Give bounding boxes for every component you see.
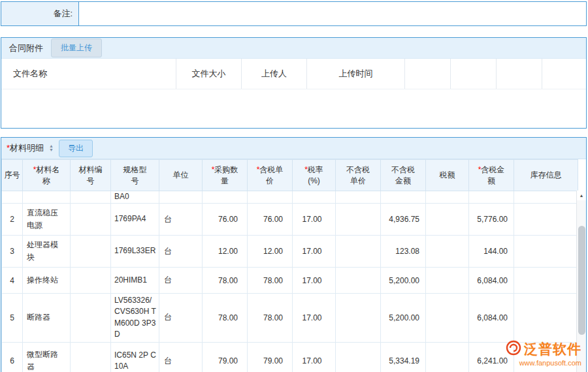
col-amount: *含税金 额 bbox=[469, 160, 514, 191]
cell-tax bbox=[426, 294, 469, 343]
cell-ex-amount: 5,200.00 bbox=[381, 294, 426, 343]
material-row[interactable]: 5 断路器 LV563326/CVS630H TM600D 3P3D 台 78.… bbox=[2, 294, 578, 343]
attachments-table-header: 文件名称 文件大小 上传人 上传时间 bbox=[1, 59, 586, 89]
col-spec: 规格型 号 bbox=[111, 160, 159, 191]
cell-qty: 79.00 bbox=[203, 342, 248, 372]
col-name: *材料名 称 bbox=[23, 160, 71, 191]
sort-icon[interactable]: ▲▼ bbox=[49, 144, 54, 152]
cell-code bbox=[71, 342, 111, 372]
cell-ex-price bbox=[336, 204, 381, 236]
materials-header-row: 序号 *材料名 称 材料编 号 规格型 号 单位 *采购数 量 *含税单 价 *… bbox=[2, 160, 578, 191]
remark-label: 备注: bbox=[1, 2, 79, 25]
cell-name: 断路器 bbox=[23, 294, 71, 343]
cell-seq: 4 bbox=[2, 268, 23, 294]
brand-url: www.fanpusoft.com bbox=[519, 359, 581, 367]
remark-input[interactable] bbox=[79, 2, 586, 25]
materials-table: 序号 *材料名 称 材料编 号 规格型 号 单位 *采购数 量 *含税单 价 *… bbox=[1, 159, 578, 372]
cell-tax-rate: 17.00 bbox=[293, 204, 336, 236]
cell-unit: 台 bbox=[159, 294, 203, 343]
cell-spec: 1769L33ER bbox=[111, 236, 159, 268]
cell-name: 直流稳压电源 bbox=[23, 204, 71, 236]
col-code: 材料编 号 bbox=[71, 160, 111, 191]
col-qty: *采购数 量 bbox=[203, 160, 248, 191]
attachments-title: 合同附件 bbox=[9, 42, 43, 54]
cell-tax-price: 12.00 bbox=[248, 236, 293, 268]
cell-qty: 78.00 bbox=[203, 294, 248, 343]
cell-seq: 2 bbox=[2, 204, 23, 236]
cell-spec: IC65N 2P C10A bbox=[111, 342, 159, 372]
cell-tax-rate: 17.00 bbox=[293, 268, 336, 294]
cell-name: 操作终站 bbox=[23, 268, 71, 294]
cell-name: 处理器模块 bbox=[23, 236, 71, 268]
col-tax-price: *含税单 价 bbox=[248, 160, 293, 191]
cell-ex-price bbox=[336, 294, 381, 343]
attachments-empty-body bbox=[1, 89, 586, 128]
cell-ex-price bbox=[336, 236, 381, 268]
fanpu-watermark: 泛普软件 www.fanpusoft.com bbox=[506, 340, 581, 367]
col-seq: 序号 bbox=[2, 160, 23, 191]
cell-tax-rate: 17.00 bbox=[293, 342, 336, 372]
cell-unit: 台 bbox=[159, 204, 203, 236]
material-row-partial[interactable]: BA0 bbox=[2, 191, 578, 204]
brand-text: 泛普软件 bbox=[524, 340, 581, 358]
col-ex-amount: 不含税 金额 bbox=[381, 160, 426, 191]
cell-code bbox=[71, 204, 111, 236]
attach-col-uploadtime: 上传时间 bbox=[307, 59, 405, 89]
material-row[interactable]: 2 直流稳压电源 1769PA4 台 76.00 76.00 17.00 4,9… bbox=[2, 204, 578, 236]
cell-ex-amount: 123.08 bbox=[381, 236, 426, 268]
material-row[interactable]: 4 操作终站 20HIMB1 台 78.00 78.00 17.00 5,200… bbox=[2, 268, 578, 294]
col-stock: 库存信息 bbox=[514, 160, 578, 191]
cell-ex-price bbox=[336, 268, 381, 294]
cell-tax-rate: 17.00 bbox=[293, 294, 336, 343]
batch-upload-button[interactable]: 批量上传 bbox=[51, 39, 102, 57]
cell-unit: 台 bbox=[159, 236, 203, 268]
remark-section: 备注: bbox=[1, 1, 587, 26]
cell-seq: 6 bbox=[2, 342, 23, 372]
cell-spec: BA0 bbox=[111, 191, 159, 204]
attachments-section: 合同附件 批量上传 文件名称 文件大小 上传人 上传时间 bbox=[1, 37, 587, 129]
cell-tax-price: 78.00 bbox=[248, 268, 293, 294]
cell-ex-amount: 5,334.19 bbox=[381, 342, 426, 372]
cell-spec: 20HIMB1 bbox=[111, 268, 159, 294]
cell-code bbox=[71, 236, 111, 268]
cell-seq: 3 bbox=[2, 236, 23, 268]
scroll-up-button[interactable]: ▲ bbox=[577, 191, 586, 200]
cell-tax bbox=[426, 342, 469, 372]
cell-stock bbox=[514, 204, 578, 236]
cell-spec: LV563326/CVS630H TM600D 3P3D bbox=[111, 294, 159, 343]
cell-ex-amount: 5,200.00 bbox=[381, 268, 426, 294]
cell-spec: 1769PA4 bbox=[111, 204, 159, 236]
cell-tax bbox=[426, 268, 469, 294]
cell-amount: 6,084.00 bbox=[469, 294, 514, 343]
attachments-header-bar: 合同附件 批量上传 bbox=[1, 38, 586, 59]
cell-tax bbox=[426, 204, 469, 236]
attach-col-empty-2 bbox=[451, 59, 497, 89]
cell-qty: 76.00 bbox=[203, 204, 248, 236]
cell-stock bbox=[514, 294, 578, 343]
cell-tax-price: 76.00 bbox=[248, 204, 293, 236]
attach-col-uploader: 上传人 bbox=[242, 59, 307, 89]
cell-ex-price bbox=[336, 342, 381, 372]
attach-col-empty-1 bbox=[405, 59, 451, 89]
materials-section: *材料明细 ▲▼ 导出 序号 *材料名 称 材料编 号 规格型 号 单位 *采购… bbox=[1, 137, 587, 372]
cell-tax bbox=[426, 236, 469, 268]
cell-name: 微型断路器 bbox=[23, 342, 71, 372]
col-tax-rate: *税率 (%) bbox=[293, 160, 336, 191]
cell-tax-price: 78.00 bbox=[248, 294, 293, 343]
cell-ex-amount: 4,936.75 bbox=[381, 204, 426, 236]
scrollbar-thumb[interactable] bbox=[578, 226, 585, 335]
col-unit: 单位 bbox=[159, 160, 203, 191]
col-ex-price: 不含税 单价 bbox=[336, 160, 381, 191]
export-button[interactable]: 导出 bbox=[59, 140, 93, 157]
cell-qty: 12.00 bbox=[203, 236, 248, 268]
cell-unit: 台 bbox=[159, 342, 203, 372]
material-row[interactable]: 3 处理器模块 1769L33ER 台 12.00 12.00 17.00 12… bbox=[2, 236, 578, 268]
cell-tax-price: 79.00 bbox=[248, 342, 293, 372]
cell-amount: 6,084.00 bbox=[469, 268, 514, 294]
attach-col-empty-4 bbox=[542, 59, 586, 89]
materials-title: *材料明细 bbox=[7, 142, 44, 154]
cell-unit: 台 bbox=[159, 268, 203, 294]
material-row[interactable]: 6 微型断路器 IC65N 2P C10A 台 79.00 79.00 17.0… bbox=[2, 342, 578, 372]
col-tax: 税额 bbox=[426, 160, 469, 191]
attach-col-empty-3 bbox=[497, 59, 542, 89]
